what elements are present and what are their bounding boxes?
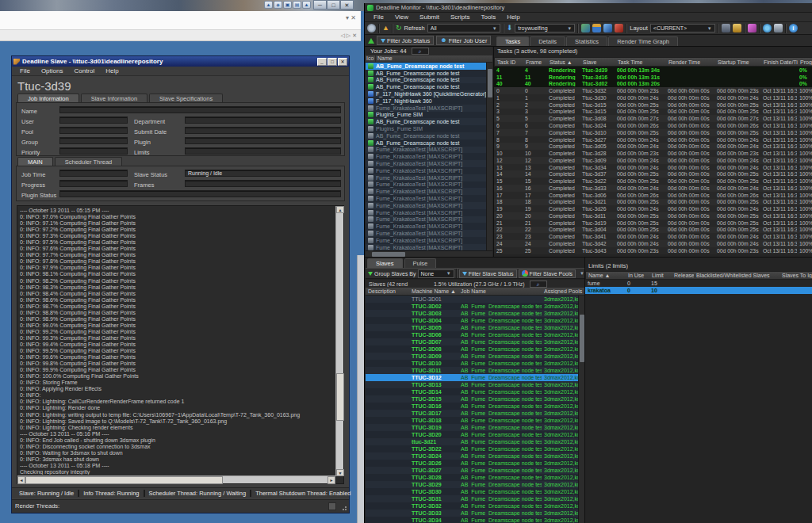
task-row[interactable]: 4040RenderingTtuc-3d0200d 00h 13m 20s0% (494, 81, 812, 88)
jobs-vscroll-thumb[interactable] (488, 69, 492, 97)
job-row[interactable]: Fume_KrakatoaTest [MAXSCRIPT] (366, 230, 486, 237)
pane-dropdown-close-icons[interactable]: ▾ ✕ (346, 14, 356, 21)
submit-job-icon[interactable]: ▲ (382, 24, 389, 32)
load-layout-icon[interactable] (733, 24, 741, 32)
tasks-col-8[interactable]: Progress (798, 59, 812, 65)
job-row[interactable]: AB_Fume_Dreamscape node test (366, 70, 486, 77)
slave-row[interactable]: TTUC-3D08AB_Fume_Dreamscape node test3dm… (366, 345, 578, 353)
job-row[interactable]: Fume_KrakatoaTest [MAXSCRIPT] (366, 174, 486, 181)
tasks-col-2[interactable]: Status ▲ (547, 59, 580, 65)
monitor-menu-submit[interactable]: Submit (414, 13, 445, 21)
tasks-col-7[interactable]: Finish Date/Time (761, 59, 798, 65)
slave-row[interactable]: TTUC-3D20AB_Fume_Dreamscape node test3dm… (366, 431, 578, 438)
info-icon[interactable]: i (789, 24, 798, 32)
quick-access-icon[interactable]: ◈ (274, 1, 282, 9)
job-row[interactable]: AB_Fume_Dreamscape node test (366, 63, 486, 70)
scroll-down-icon[interactable]: ▼ (336, 469, 344, 476)
job-row[interactable]: AB_Fume_Dreamscape node test (366, 132, 486, 139)
monitor-tab-render-time-graph[interactable]: Render Time Graph (608, 36, 678, 46)
save-layout-icon[interactable] (722, 24, 730, 32)
user-dropdown[interactable]: troywuelfing▼ (515, 24, 575, 32)
task-row[interactable]: 1818CompletedTtuc-3d2100d 00h 00m 25s00d… (494, 199, 812, 206)
connect-icon[interactable] (367, 24, 376, 32)
task-row[interactable]: 22CompletedTtuc-3d1500d 00h 00m 25s00d 0… (494, 101, 812, 109)
monitor-menu-scripts[interactable]: Scripts (445, 13, 475, 21)
log-horizontal-scrollbar[interactable]: ◄ ► (17, 475, 335, 483)
slave-row[interactable]: TTUC-3D09AB_Fume_Dreamscape node test3dm… (366, 353, 578, 360)
slave-row[interactable]: TTUC-3D19AB_Fume_Dreamscape node test3dm… (366, 424, 578, 431)
monitor-tab-details[interactable]: Details (530, 36, 565, 46)
job-row[interactable]: F_117_NightHawk 360 [QuicktimeGenerator] (366, 90, 486, 97)
tasks-col-3[interactable]: Slave (580, 59, 615, 65)
job-submitter-icon[interactable] (615, 24, 623, 32)
plugin-field[interactable] (185, 137, 341, 144)
log-hscroll-thumb[interactable] (25, 476, 223, 484)
slave-row[interactable]: TTUC-3D16AB_Fume_Dreamscape node test3dm… (366, 403, 578, 410)
task-row[interactable]: 1414CompletedTtuc-3d3700d 00h 00m 25s00d… (494, 170, 812, 178)
task-row[interactable]: 00CompletedTtuc-3d3200d 00h 00m 23s00d 0… (494, 87, 812, 94)
task-row[interactable]: 66CompletedTtuc-3d2400d 00h 00m 26s00d 0… (494, 122, 812, 129)
close-icon[interactable]: ✕ (340, 0, 354, 10)
jobs-vertical-scrollbar[interactable] (486, 63, 492, 250)
layout-dropdown[interactable]: <CURRENT>▼ (650, 24, 715, 32)
job-row[interactable]: AB_Fume_Dreamscape node test (366, 118, 486, 125)
job-row[interactable]: Fume_KrakatoaTest [MAXSCRIPT] (366, 167, 486, 174)
scroll-up-icon[interactable]: ▲ (336, 206, 344, 213)
limits-col-4[interactable]: Blacklisted/Whitelisted Slaves (694, 273, 779, 278)
task-row[interactable]: 2121CompletedTtuc-3d1900d 00h 00m 25s00d… (494, 220, 812, 227)
filter-slave-status-button[interactable]: Filter Slave Status (459, 269, 517, 278)
pane-nav-close-icons[interactable]: ◁ ▷ ✕ (340, 32, 357, 39)
job-row[interactable]: AB_Fume_Dreamscape node test (366, 77, 486, 84)
slave-row[interactable]: TTUC-3D05AB_Fume_Dreamscape node test3dm… (366, 324, 578, 331)
slaves-col-2[interactable]: Job Name (458, 288, 542, 294)
resize-grip[interactable] (339, 503, 347, 511)
task-row[interactable]: 1010CompletedTtuc-3d2800d 00h 00m 23s00d… (494, 150, 812, 157)
slave-menu-help[interactable]: Help (100, 67, 124, 75)
limit-row[interactable]: fume015 (585, 280, 812, 287)
slave-row[interactable]: TTUC-3D27AB_Fume_Dreamscape node test3dm… (366, 467, 578, 474)
minimize-icon[interactable]: ─ (313, 0, 327, 10)
statistics-icon[interactable] (592, 24, 601, 32)
pool-field[interactable] (59, 127, 128, 134)
slave-row[interactable]: TTUC-3D30AB_Fume_Dreamscape node test3dm… (366, 488, 578, 495)
slave-row[interactable]: TTUC-3D29AB_Fume_Dreamscape node test3dm… (366, 481, 578, 488)
tools-icon[interactable] (603, 24, 612, 32)
image-viewer-icon[interactable] (581, 24, 590, 32)
monitor-tab-tasks[interactable]: Tasks (496, 36, 529, 46)
monitor-menu-view[interactable]: View (389, 13, 414, 21)
priority-field[interactable] (59, 147, 128, 155)
task-row[interactable]: 2424CompletedTtuc-3d4200d 00h 00m 24s00d… (494, 240, 812, 247)
task-row[interactable]: 1313CompletedTtuc-3d3400d 00h 00m 24s00d… (494, 164, 812, 171)
task-row[interactable]: 88CompletedTtuc-3d2700d 00h 00m 24s00d 0… (494, 136, 812, 143)
task-row[interactable]: 1212CompletedTtuc-3d0900d 00h 00m 24s00d… (494, 157, 812, 164)
group-slaves-by-dropdown[interactable]: None▼ (418, 269, 454, 278)
submit-date-field[interactable] (185, 127, 341, 134)
tasks-col-0[interactable]: Task ID (495, 59, 523, 65)
slave-row[interactable]: TTUC-3D14AB_Fume_Dreamscape node test3dm… (366, 388, 578, 395)
job-row[interactable]: Fume_KrakatoaTest [MAXSCRIPT] (366, 195, 486, 202)
task-row[interactable]: 2020CompletedTtuc-3d1100d 00h 00m 25s00d… (494, 212, 812, 220)
task-row[interactable]: 1616CompletedTtuc-3d3300d 00h 00m 24s00d… (494, 185, 812, 192)
task-row[interactable]: 2525CompletedTtuc-3d4300d 00h 00m 23s00d… (494, 247, 812, 254)
slave-row[interactable]: TTUC-3D26AB_Fume_Dreamscape node test3dm… (366, 460, 578, 467)
name-field[interactable] (59, 106, 341, 113)
task-row[interactable]: 2323CompletedTtuc-3d4100d 00h 00m 24s00d… (494, 233, 812, 240)
limits-col-5[interactable]: Slaves To Ignore (779, 273, 812, 278)
slaves-col-0[interactable]: Description (366, 288, 409, 294)
job-row[interactable]: Fume_KrakatoaTest [MAXSCRIPT] (366, 216, 486, 223)
background-window-caption-buttons[interactable]: ─□✕ (313, 0, 354, 10)
job-row[interactable]: Plugins_Fume SIM (366, 112, 486, 119)
jobs-horizontal-scrollbar[interactable] (366, 250, 492, 257)
jobs-col-name[interactable]: Name (376, 55, 492, 62)
log-vertical-scrollbar[interactable]: ▲ ▼ (335, 206, 343, 476)
job-row[interactable]: Fume_KrakatoaTest [MAXSCRIPT] (366, 160, 486, 167)
quick-access-icon[interactable]: ▲ (302, 1, 311, 9)
slaves-vertical-scrollbar[interactable] (578, 296, 584, 523)
limits-col-1[interactable]: In Use (626, 273, 649, 278)
monitor-menu-tools[interactable]: Tools (475, 13, 501, 21)
quick-access-icon[interactable]: ▣ (283, 1, 292, 9)
slave-row[interactable]: TTUC-3D32AB_Fume_Dreamscape node test3dm… (366, 502, 578, 510)
job-row[interactable]: AB_Fume_Dreamscape node test (366, 139, 486, 147)
slave-row[interactable]: TTUC-3D12AB_Fume_Dreamscape node test3dm… (366, 374, 578, 381)
web-icon[interactable] (763, 24, 772, 32)
